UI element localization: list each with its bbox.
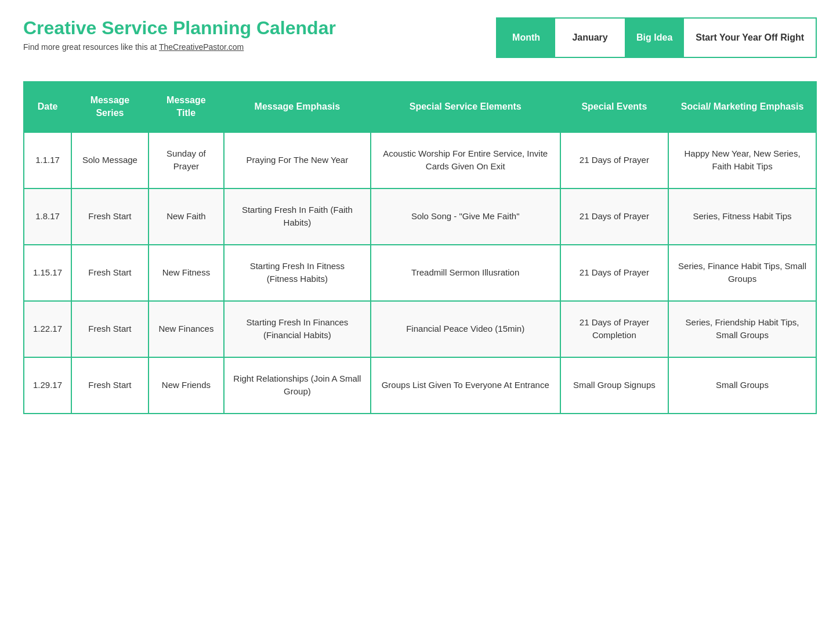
cell-date-4: 1.29.17: [24, 357, 71, 414]
table-row: 1.29.17Fresh StartNew FriendsRight Relat…: [24, 357, 816, 414]
cell-emphasis-1: Starting Fresh In Faith (Faith Habits): [224, 188, 371, 245]
meta-box: Month January Big Idea Start Your Year O…: [496, 17, 817, 58]
subtitle: Find more great resources like this at T…: [23, 42, 496, 52]
cell-series-2: Fresh Start: [71, 245, 149, 301]
cell-title-3: New Finances: [149, 301, 224, 357]
cell-emphasis-3: Starting Fresh In Finances (Financial Ha…: [224, 301, 371, 357]
subtitle-text: Find more great resources like this at: [23, 42, 157, 52]
cell-series-0: Solo Message: [71, 132, 149, 188]
cell-marketing-1: Series, Fitness Habit Tips: [668, 188, 816, 245]
big-idea-label-cell: Big Idea: [625, 19, 684, 57]
cell-special_events-1: 21 Days of Prayer: [560, 188, 668, 245]
big-idea-value: Start Your Year Off Right: [696, 32, 804, 44]
cell-emphasis-2: Starting Fresh In Fitness (Fitness Habit…: [224, 245, 371, 301]
header-section: Creative Service Planning Calendar Find …: [23, 17, 817, 58]
col-series: Message Series: [71, 82, 149, 132]
big-idea-value-cell: Start Your Year Off Right: [684, 19, 816, 57]
cell-series-3: Fresh Start: [71, 301, 149, 357]
col-title: Message Title: [149, 82, 224, 132]
cell-title-0: Sunday of Prayer: [149, 132, 224, 188]
table-row: 1.22.17Fresh StartNew FinancesStarting F…: [24, 301, 816, 357]
cell-title-4: New Friends: [149, 357, 224, 414]
cell-series-1: Fresh Start: [71, 188, 149, 245]
month-label-cell: Month: [497, 19, 555, 57]
cell-service_elements-3: Financial Peace Video (15min): [371, 301, 560, 357]
col-service-elements: Special Service Elements: [371, 82, 560, 132]
table-header-row: Date Message Series Message Title Messag…: [24, 82, 816, 132]
cell-marketing-3: Series, Friendship Habit Tips, Small Gro…: [668, 301, 816, 357]
col-marketing: Social/ Marketing Emphasis: [668, 82, 816, 132]
planning-table: Date Message Series Message Title Messag…: [23, 81, 817, 414]
cell-date-2: 1.15.17: [24, 245, 71, 301]
cell-date-3: 1.22.17: [24, 301, 71, 357]
month-value: January: [572, 32, 607, 43]
table-row: 1.15.17Fresh StartNew FitnessStarting Fr…: [24, 245, 816, 301]
cell-service_elements-0: Acoustic Worship For Entire Service, Inv…: [371, 132, 560, 188]
cell-title-2: New Fitness: [149, 245, 224, 301]
title-area: Creative Service Planning Calendar Find …: [23, 17, 496, 52]
cell-service_elements-4: Groups List Given To Everyone At Entranc…: [371, 357, 560, 414]
month-label: Month: [512, 32, 540, 43]
col-special-events: Special Events: [560, 82, 668, 132]
cell-service_elements-2: Treadmill Sermon Illusration: [371, 245, 560, 301]
table-row: 1.1.17Solo MessageSunday of PrayerPrayin…: [24, 132, 816, 188]
cell-emphasis-4: Right Relationships (Join A Small Group): [224, 357, 371, 414]
cell-special_events-2: 21 Days of Prayer: [560, 245, 668, 301]
cell-marketing-0: Happy New Year, New Series, Faith Habit …: [668, 132, 816, 188]
cell-date-1: 1.8.17: [24, 188, 71, 245]
cell-marketing-2: Series, Finance Habit Tips, Small Groups: [668, 245, 816, 301]
cell-date-0: 1.1.17: [24, 132, 71, 188]
cell-marketing-4: Small Groups: [668, 357, 816, 414]
cell-special_events-4: Small Group Signups: [560, 357, 668, 414]
cell-emphasis-0: Praying For The New Year: [224, 132, 371, 188]
big-idea-label: Big Idea: [636, 32, 672, 43]
cell-special_events-3: 21 Days of Prayer Completion: [560, 301, 668, 357]
col-emphasis: Message Emphasis: [224, 82, 371, 132]
cell-title-1: New Faith: [149, 188, 224, 245]
cell-special_events-0: 21 Days of Prayer: [560, 132, 668, 188]
page-title: Creative Service Planning Calendar: [23, 17, 496, 39]
subtitle-link[interactable]: TheCreativePastor.com: [159, 42, 244, 52]
table-container: Date Message Series Message Title Messag…: [23, 81, 817, 414]
cell-service_elements-1: Solo Song - "Give Me Faith": [371, 188, 560, 245]
col-date: Date: [24, 82, 71, 132]
month-value-cell: January: [555, 19, 625, 57]
cell-series-4: Fresh Start: [71, 357, 149, 414]
table-row: 1.8.17Fresh StartNew FaithStarting Fresh…: [24, 188, 816, 245]
